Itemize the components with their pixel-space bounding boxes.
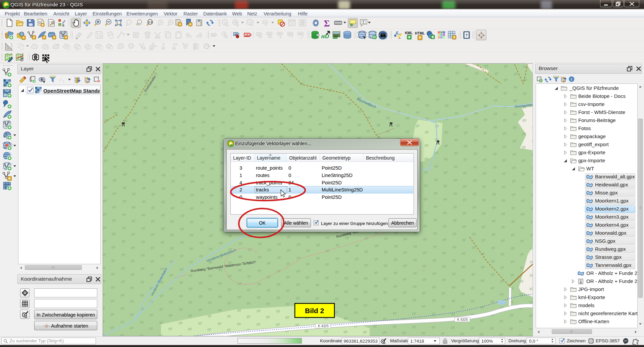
svg-text:ε: ε: [266, 22, 268, 27]
svg-text:ε: ε: [60, 77, 62, 82]
svg-text:i: i: [224, 20, 225, 25]
svg-text:1:1: 1:1: [148, 20, 153, 24]
svg-text:abc: abc: [278, 32, 282, 36]
svg-text:a: a: [62, 23, 64, 27]
svg-text:abc: abc: [245, 33, 251, 37]
svg-text:49: 49: [422, 269, 425, 272]
svg-text:Bild 2: Bild 2: [305, 307, 324, 314]
svg-text:T: T: [362, 20, 365, 24]
svg-text:wD: wD: [321, 33, 330, 40]
svg-text:K 4325: K 4325: [318, 324, 329, 328]
svg-text:KML: KML: [405, 31, 413, 35]
svg-text:K 4325: K 4325: [457, 318, 468, 322]
svg-text:Σ: Σ: [324, 18, 330, 27]
svg-text:↯: ↯: [62, 80, 65, 83]
svg-text:49: 49: [153, 74, 157, 78]
svg-text:HTML: HTML: [415, 31, 425, 35]
svg-text:?: ?: [465, 33, 468, 37]
svg-text:abc: abc: [267, 32, 272, 36]
svg-text:abc: abc: [212, 34, 216, 37]
svg-text:abc: abc: [299, 32, 303, 36]
svg-text:i: i: [571, 77, 572, 81]
